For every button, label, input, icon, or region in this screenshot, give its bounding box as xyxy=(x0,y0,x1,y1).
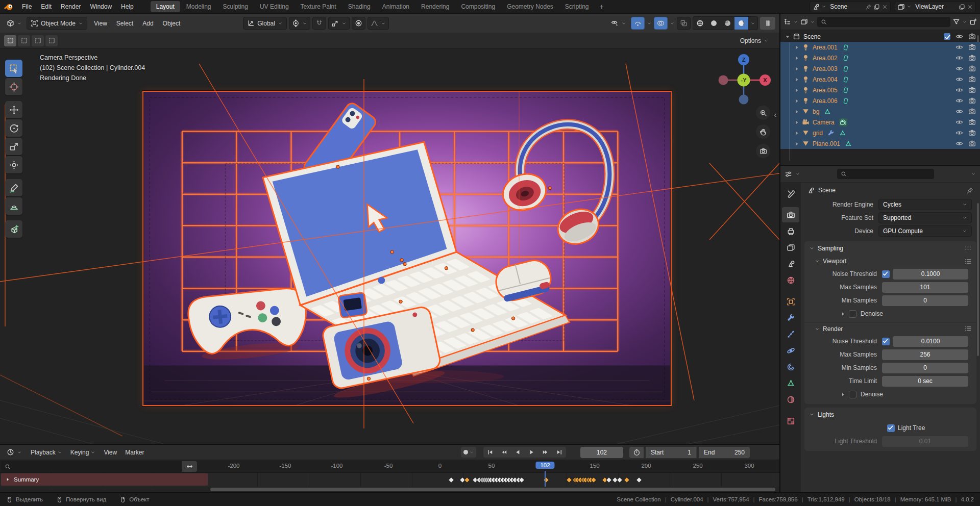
keyframe-diamond[interactable] xyxy=(566,476,572,483)
menu-window[interactable]: Window xyxy=(85,2,116,12)
frame-start-field[interactable]: Start 1 xyxy=(646,447,697,458)
auto-keying-button[interactable] xyxy=(461,447,476,458)
current-frame-badge[interactable]: 102 xyxy=(535,462,554,469)
remove-viewlayer-button[interactable] xyxy=(967,4,973,10)
outliner-editor-icon[interactable] xyxy=(783,18,791,26)
next-keyframe-button[interactable] xyxy=(538,447,552,458)
tool-measure-button[interactable] xyxy=(5,197,22,215)
workspace-tab-modeling[interactable]: Modeling xyxy=(181,1,217,12)
workspace-tab-sculpting[interactable]: Sculpting xyxy=(217,1,254,12)
properties-tab-texture[interactable] xyxy=(782,413,799,428)
hide-in-viewport-toggle[interactable] xyxy=(955,118,963,126)
falloff-dropdown[interactable] xyxy=(368,17,389,30)
tool-annotate-button[interactable] xyxy=(5,179,22,196)
disable-in-renders-toggle[interactable] xyxy=(968,97,976,105)
shading-material-button[interactable] xyxy=(721,17,734,30)
viewport-menu-object[interactable]: Object xyxy=(158,18,185,29)
disable-in-renders-toggle[interactable] xyxy=(968,108,976,115)
render-noise-threshold-checkbox[interactable] xyxy=(882,338,890,345)
blender-logo-icon[interactable] xyxy=(4,2,13,11)
outliner-row-area-002[interactable]: Area.002 xyxy=(780,53,980,63)
keyframe-diamond[interactable] xyxy=(463,476,470,483)
outliner-search-input[interactable] xyxy=(817,17,950,27)
viewlayer-selector[interactable]: ViewLayer xyxy=(895,1,976,12)
hide-in-viewport-toggle[interactable] xyxy=(955,65,963,72)
properties-tab-output[interactable] xyxy=(782,223,799,239)
navigation-gizmo[interactable]: Z X -Y xyxy=(716,54,772,107)
properties-tab-physics[interactable] xyxy=(782,343,799,358)
select-mode-intersect-button[interactable] xyxy=(45,35,58,46)
render-subpanel-header[interactable]: Render xyxy=(804,322,976,335)
display-mode-icon[interactable] xyxy=(800,18,808,26)
hide-in-viewport-toggle[interactable] xyxy=(955,43,963,51)
hide-in-viewport-toggle[interactable] xyxy=(955,108,963,115)
gizmo-toggle[interactable] xyxy=(631,17,645,30)
viewport-max-samples-field[interactable]: 101 xyxy=(882,282,968,293)
list-options-icon[interactable] xyxy=(964,325,972,333)
keyframe-diamond[interactable] xyxy=(606,476,612,483)
properties-scrollbar[interactable] xyxy=(977,203,979,356)
select-mode-new-button[interactable] xyxy=(4,35,16,46)
jump-to-start-button[interactable] xyxy=(483,447,497,458)
pan-button[interactable] xyxy=(756,124,770,139)
properties-tab-view-layer[interactable] xyxy=(782,240,799,255)
workspace-tab-layout[interactable]: Layout xyxy=(151,1,180,12)
new-viewlayer-button[interactable] xyxy=(959,4,965,10)
workspace-tab-compositing[interactable]: Compositing xyxy=(455,1,501,12)
disable-in-renders-toggle[interactable] xyxy=(968,140,976,147)
workspace-tab-shading[interactable]: Shading xyxy=(342,1,376,12)
outliner-row-area-006[interactable]: Area.006 xyxy=(780,95,980,106)
light-tree-checkbox[interactable] xyxy=(887,424,895,432)
keyframe-diamond[interactable] xyxy=(636,476,643,483)
properties-tab-modifiers[interactable] xyxy=(782,310,799,325)
hide-in-viewport-toggle[interactable] xyxy=(955,140,963,147)
tool-rotate-button[interactable] xyxy=(5,119,22,137)
shading-solid-button[interactable] xyxy=(707,17,721,30)
timeline-editor-type-button[interactable] xyxy=(4,446,24,459)
properties-options-chevron[interactable] xyxy=(971,171,976,176)
workspace-tab-scripting[interactable]: Scripting xyxy=(559,1,595,12)
disable-in-renders-toggle[interactable] xyxy=(968,86,976,94)
properties-tab-object[interactable] xyxy=(782,294,799,309)
expand-channels-button[interactable] xyxy=(182,461,197,472)
tool-transform-button[interactable] xyxy=(5,156,22,173)
properties-tab-world[interactable] xyxy=(782,272,799,288)
feature-set-dropdown[interactable]: Supported xyxy=(878,212,972,223)
viewport-subpanel-header[interactable]: Viewport xyxy=(804,255,976,267)
hide-in-viewport-toggle[interactable] xyxy=(955,75,963,83)
filter-icon[interactable] xyxy=(952,18,960,26)
play-reverse-button[interactable] xyxy=(511,447,525,458)
outliner-row-scene[interactable]: Scene xyxy=(780,31,980,42)
viewport-noise-threshold-checkbox[interactable] xyxy=(882,270,890,278)
light-threshold-field[interactable]: 0.01 xyxy=(882,436,968,447)
sampling-panel-header[interactable]: Sampling xyxy=(804,241,976,255)
workspace-tab-animation[interactable]: Animation xyxy=(377,1,415,12)
add-workspace-button[interactable]: + xyxy=(596,2,608,12)
properties-search-input[interactable] xyxy=(837,169,934,179)
disable-in-renders-toggle[interactable] xyxy=(968,43,976,51)
chevron-down-icon[interactable] xyxy=(670,21,675,26)
properties-tab-scene[interactable] xyxy=(782,256,799,271)
proportional-editing-toggle[interactable] xyxy=(352,17,365,30)
zoom-button[interactable] xyxy=(756,106,770,120)
viewport-3d[interactable]: Camera Perspective (102) Scene Collectio… xyxy=(0,48,779,444)
properties-tab-particles[interactable] xyxy=(782,326,799,342)
disable-in-renders-toggle[interactable] xyxy=(968,54,976,62)
viewport-menu-view[interactable]: View xyxy=(89,18,112,29)
render-denoise-checkbox[interactable] xyxy=(849,391,856,398)
select-mode-extend-button[interactable] xyxy=(18,35,30,46)
snap-target-dropdown[interactable] xyxy=(328,17,350,30)
timeline-menu-keying[interactable]: Keying xyxy=(66,447,100,458)
chevron-down-icon[interactable] xyxy=(647,21,652,26)
chevron-down-icon[interactable] xyxy=(810,19,815,24)
collection-checkbox[interactable] xyxy=(944,33,950,40)
previous-keyframe-button[interactable] xyxy=(497,447,511,458)
viewport-denoise-checkbox[interactable] xyxy=(849,310,856,318)
camera-view-button[interactable] xyxy=(756,144,770,158)
visibility-dropdown[interactable] xyxy=(608,17,629,30)
tool-move-button[interactable] xyxy=(5,101,22,118)
shading-rendered-button[interactable] xyxy=(734,17,748,30)
xray-toggle[interactable] xyxy=(677,17,691,30)
keyframe-diamond[interactable] xyxy=(616,476,623,483)
workspace-tab-uv-editing[interactable]: UV Editing xyxy=(254,1,295,12)
